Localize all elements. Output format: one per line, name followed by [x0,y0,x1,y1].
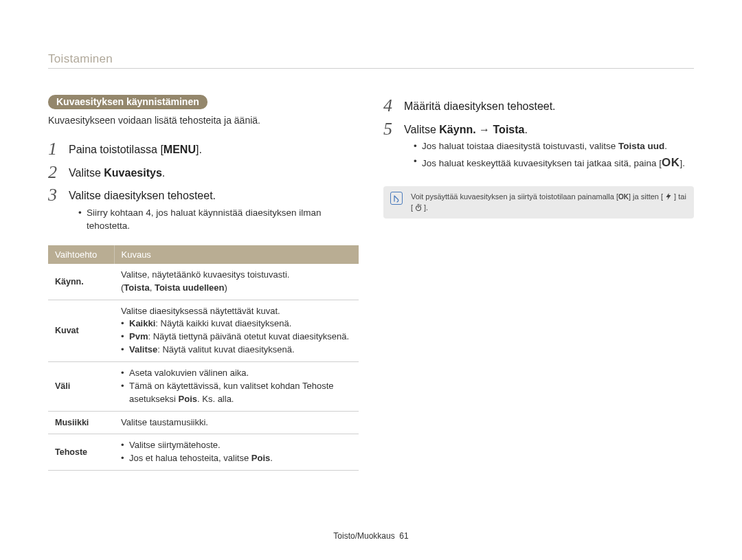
menu-button-label: MENU [164,144,196,155]
table-header-row: Vaihtoehto Kuvaus [48,245,359,264]
table-row: Väli Aseta valokuvien välinen aika. Tämä… [48,361,359,411]
sub-item: Siirry kohtaan 4, jos haluat käynnistää … [78,206,359,233]
step-text: Valitse [69,167,104,179]
left-column: Kuvaesityksen käynnistäminen Kuvaesityks… [48,95,359,471]
bullet-text: . [270,453,273,463]
opt-desc-bold: Toista [124,282,149,293]
page: Toistaminen Kuvaesityksen käynnistäminen… [0,0,742,560]
footer-text: Toisto/Muokkaus [333,531,394,541]
page-number: 61 [399,531,408,541]
opt-bullets: Kaikki: Näytä kaikki kuvat diaesityksenä… [121,317,352,357]
note-text: Voit pysäyttää kuvaesityksen ja siirtyä … [411,192,687,213]
step-text: . [524,124,527,135]
bullet-text: Valitse siirtymätehoste. [129,440,221,450]
page-header: Toistaminen [48,52,694,66]
opt-name: Musiikki [48,411,114,434]
opt-desc-text: ) [225,282,227,293]
step-4: Määritä diaesityksen tehosteet. [383,95,694,118]
step-bold: Käynn. → Toista [439,124,524,135]
opt-desc: Valitse, näytetäänkö kuvaesitys toistuva… [114,264,359,300]
sub-item: Jos haluat toistaa diaesitystä toistuvas… [414,139,694,153]
note-fragment: Voit pysäyttää kuvaesityksen ja siirtyä … [411,192,618,201]
step-bold: Kuvaesitys [104,167,162,179]
list-item: Jos et halua tehosteita, valitse Pois. [121,452,352,465]
note-fragment: ] ja sitten [ [629,192,663,201]
opt-desc-text: , [150,282,155,293]
bullet-bold: Pois [179,394,197,404]
step-text: . [162,167,165,179]
opt-desc: Valitse siirtymätehoste. Jos et halua te… [114,434,359,471]
bullet-text: : Näytä valitut kuvat diaesityksenä. [157,344,294,355]
ok-button-label: OK [662,156,680,169]
step-2: Valitse Kuvaesitys. [48,161,359,185]
flash-icon [663,192,674,201]
step-text: Valitse diaesityksen tehosteet. [69,190,216,201]
step-5: Valitse Käynn. → Toista. Jos haluat tois… [383,118,694,177]
opt-name: Tehoste [48,434,114,471]
bullet-bold: Pvm [129,331,148,341]
opt-desc-bold: Toista uudelleen [155,282,225,293]
bullet-bold: Pois [251,453,270,463]
bullet-text: Jos et halua tehosteita, valitse [129,453,251,463]
list-item: Kaikki: Näytä kaikki kuvat diaesityksenä… [121,317,352,331]
step-3-sub: Siirry kohtaan 4, jos haluat käynnistää … [69,206,359,233]
list-item: Valitse: Näytä valitut kuvat diaesitykse… [121,344,352,357]
opt-bullets: Valitse siirtymätehoste. Jos et halua te… [121,439,352,465]
header-rule [48,68,694,69]
sub-text: . [664,141,667,151]
steps-right: Määritä diaesityksen tehosteet. Valitse … [383,95,694,177]
table-row: Käynn. Valitse, näytetäänkö kuvaesitys t… [48,264,359,300]
list-item: Aseta valokuvien välinen aika. [121,367,352,380]
opt-desc-text: Valitse diaesityksessä näytettävät kuvat… [121,306,280,316]
opt-bullets: Aseta valokuvien välinen aika. Tämä on k… [121,367,352,406]
steps-left: Paina toistotilassa [MENU]. Valitse Kuva… [48,138,359,238]
sub-bold: Toista uud [618,141,664,151]
step-text: Valitse [404,124,439,135]
bullet-bold: Valitse [129,344,157,355]
sub-text: Jos haluat toistaa diaesitystä toistuvas… [422,141,618,151]
bullet-text: : Näytä tiettynä päivänä otetut kuvat di… [148,331,349,341]
opt-name: Käynn. [48,264,114,300]
step-text: Määritä diaesityksen tehosteet. [404,100,556,112]
note-icon [390,192,403,205]
options-table: Vaihtoehto Kuvaus Käynn. Valitse, näytet… [48,245,359,471]
ok-button-label-small: OK [618,193,629,201]
opt-desc-text: Valitse, näytetäänkö kuvaesitys toistuva… [121,269,289,280]
step-3: Valitse diaesityksen tehosteet. Siirry k… [48,184,359,238]
list-item: Valitse siirtymätehoste. [121,439,352,452]
opt-name: Kuvat [48,300,114,361]
section-title: Kuvaesityksen käynnistäminen [48,95,207,109]
note-fragment: ]. [424,203,428,212]
opt-desc: Valitse diaesityksessä näytettävät kuvat… [114,300,359,361]
opt-name: Väli [48,361,114,411]
list-item: Pvm: Näytä tiettynä päivänä otetut kuvat… [121,331,352,344]
timer-icon [413,203,424,212]
bullet-text: Aseta valokuvien välinen aika. [129,368,249,378]
bullet-text: . Ks. alla. [197,394,234,404]
opt-desc: Valitse taustamusiikki. [114,411,359,434]
intro-text: Kuvaesitykseen voidaan lisätä tehosteita… [48,115,359,126]
footer: Toisto/Muokkaus 61 [0,531,742,541]
right-column: Määritä diaesityksen tehosteet. Valitse … [383,95,694,471]
table-row: Tehoste Valitse siirtymätehoste. Jos et … [48,434,359,471]
sub-text: ]. [679,158,685,168]
table-row: Musiikki Valitse taustamusiikki. [48,411,359,434]
sub-text: Jos haluat keskeyttää kuvaesityksen tai … [422,158,662,168]
note-box: Voit pysäyttää kuvaesityksen ja siirtyä … [383,186,694,219]
list-item: Tämä on käytettävissä, kun valitset kohd… [121,380,352,406]
opt-desc: Aseta valokuvien välinen aika. Tämä on k… [114,361,359,411]
step-text: ]. [196,144,202,155]
bullet-bold: Kaikki [129,318,155,328]
step-text: Paina toistotilassa [ [69,144,164,155]
th-description: Kuvaus [114,245,359,264]
columns: Kuvaesityksen käynnistäminen Kuvaesityks… [48,95,694,471]
step-5-sub: Jos haluat toistaa diaesitystä toistuvas… [404,139,694,171]
table-row: Kuvat Valitse diaesityksessä näytettävät… [48,300,359,361]
th-option: Vaihtoehto [48,245,114,264]
step-1: Paina toistotilassa [MENU]. [48,138,359,161]
sub-item: Jos haluat keskeyttää kuvaesityksen tai … [414,155,694,172]
bullet-text: : Näytä kaikki kuvat diaesityksenä. [155,318,291,328]
